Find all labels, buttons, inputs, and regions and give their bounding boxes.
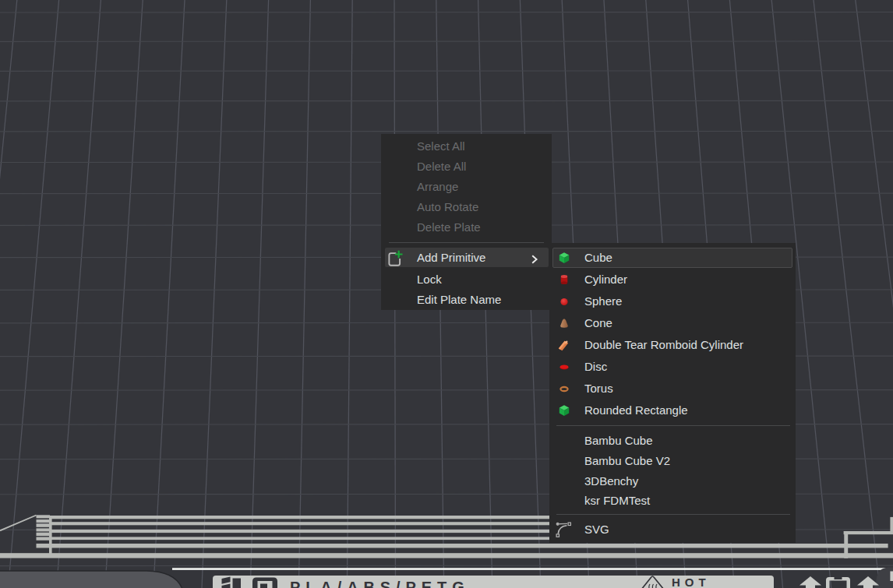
svg-text:PLA/ABS/PETG: PLA/ABS/PETG: [290, 579, 470, 588]
svg-text:HOT: HOT: [672, 576, 711, 588]
